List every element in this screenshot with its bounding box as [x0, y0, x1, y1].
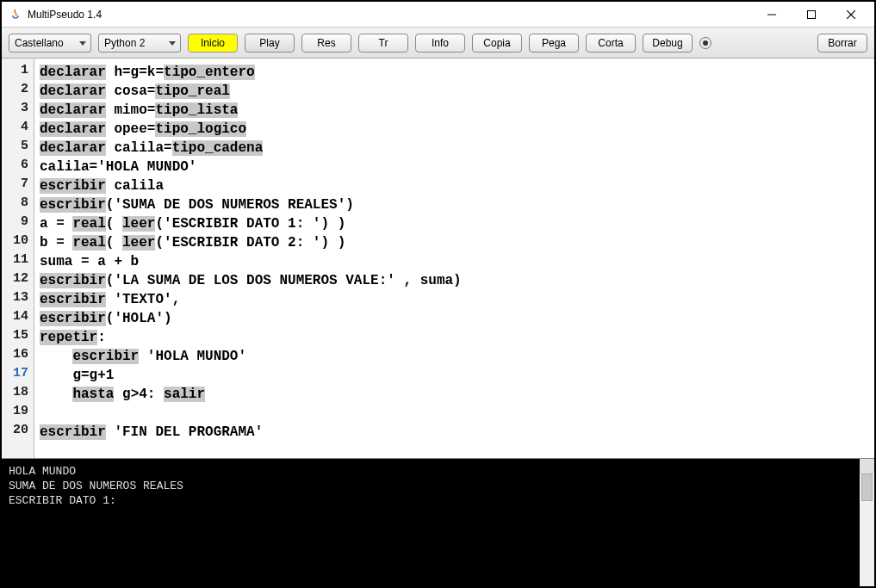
line-number: 15 — [2, 328, 34, 347]
inicio-button[interactable]: Inicio — [188, 34, 238, 53]
code-line[interactable]: declarar opee=tipo_logico — [40, 120, 869, 139]
corta-button[interactable]: Corta — [586, 34, 636, 53]
line-number: 14 — [2, 309, 34, 328]
language-dropdown-value: Castellano — [15, 37, 64, 49]
line-gutter: 1234567891011121314151617181920 — [2, 59, 34, 458]
info-button[interactable]: Info — [415, 34, 465, 53]
code-line[interactable]: escribir 'FIN DEL PROGRAMA' — [40, 423, 869, 442]
console-output[interactable]: HOLA MUNDO SUMA DE DOS NUMEROS REALES ES… — [2, 459, 860, 586]
copia-button[interactable]: Copia — [472, 34, 522, 53]
line-number: 5 — [2, 139, 34, 158]
svg-rect-1 — [808, 10, 816, 18]
line-number: 12 — [2, 271, 34, 290]
debug-button[interactable]: Debug — [643, 34, 693, 53]
line-number: 18 — [2, 385, 34, 404]
line-number: 3 — [2, 101, 34, 120]
code-line[interactable]: g=g+1 — [40, 366, 869, 385]
window-title: MultiPseudo 1.4 — [28, 9, 752, 21]
minimize-icon — [767, 10, 776, 19]
code-line[interactable]: calila='HOLA MUNDO' — [40, 158, 869, 176]
code-line[interactable]: escribir 'TEXTO', — [40, 290, 869, 309]
code-editor[interactable]: declarar h=g=k=tipo_enterodeclarar cosa=… — [34, 59, 874, 458]
line-number: 13 — [2, 290, 34, 309]
tr-button[interactable]: Tr — [358, 34, 408, 53]
line-number: 2 — [2, 82, 34, 101]
code-line[interactable]: escribir calila — [40, 176, 869, 195]
code-line[interactable]: escribir 'HOLA MUNDO' — [40, 347, 869, 366]
pega-button[interactable]: Pega — [529, 34, 579, 53]
code-line[interactable]: repetir: — [40, 328, 869, 347]
maximize-icon — [807, 10, 816, 19]
debug-radio[interactable] — [699, 37, 711, 49]
play-button[interactable]: Play — [245, 34, 295, 53]
code-line[interactable]: a = real( leer('ESCRIBIR DATO 1: ') ) — [40, 214, 869, 233]
code-line[interactable]: escribir('SUMA DE DOS NUMEROS REALES') — [40, 195, 869, 214]
titlebar: MultiPseudo 1.4 — [2, 2, 874, 28]
line-number: 7 — [2, 176, 34, 195]
code-line[interactable]: escribir('LA SUMA DE LOS DOS NUMEROS VAL… — [40, 271, 869, 290]
borrar-button[interactable]: Borrar — [817, 34, 867, 53]
close-button[interactable] — [831, 3, 871, 27]
code-line[interactable]: b = real( leer('ESCRIBIR DATO 2: ') ) — [40, 233, 869, 252]
line-number: 17 — [2, 366, 34, 385]
line-number: 20 — [2, 423, 34, 442]
close-icon — [847, 10, 855, 19]
maximize-button[interactable] — [792, 3, 831, 27]
code-line[interactable]: declarar mimo=tipo_lista — [40, 101, 869, 120]
python-dropdown-value: Python 2 — [104, 37, 145, 49]
line-number: 9 — [2, 214, 34, 233]
res-button[interactable]: Res — [301, 34, 351, 53]
line-number: 4 — [2, 120, 34, 139]
code-line[interactable] — [40, 404, 869, 423]
editor-area: 1234567891011121314151617181920 declarar… — [2, 59, 874, 459]
console-scrollbar[interactable] — [860, 459, 874, 586]
code-line[interactable]: declarar calila=tipo_cadena — [40, 139, 869, 158]
code-line[interactable]: hasta g>4: salir — [40, 385, 869, 404]
java-icon — [9, 8, 22, 22]
line-number: 19 — [2, 404, 34, 423]
line-number: 11 — [2, 252, 34, 271]
minimize-button[interactable] — [752, 3, 792, 27]
code-line[interactable]: declarar h=g=k=tipo_entero — [40, 63, 869, 82]
console-panel: HOLA MUNDO SUMA DE DOS NUMEROS REALES ES… — [2, 459, 874, 586]
line-number: 8 — [2, 195, 34, 214]
code-line[interactable]: escribir('HOLA') — [40, 309, 869, 328]
code-line[interactable]: suma = a + b — [40, 252, 869, 271]
line-number: 10 — [2, 233, 34, 252]
line-number: 1 — [2, 63, 34, 82]
python-dropdown[interactable]: Python 2 — [98, 34, 181, 53]
toolbar: Castellano Python 2 Inicio Play Res Tr I… — [2, 28, 874, 59]
language-dropdown[interactable]: Castellano — [9, 34, 91, 53]
line-number: 6 — [2, 158, 34, 176]
line-number: 16 — [2, 347, 34, 366]
code-line[interactable]: declarar cosa=tipo_real — [40, 82, 869, 101]
